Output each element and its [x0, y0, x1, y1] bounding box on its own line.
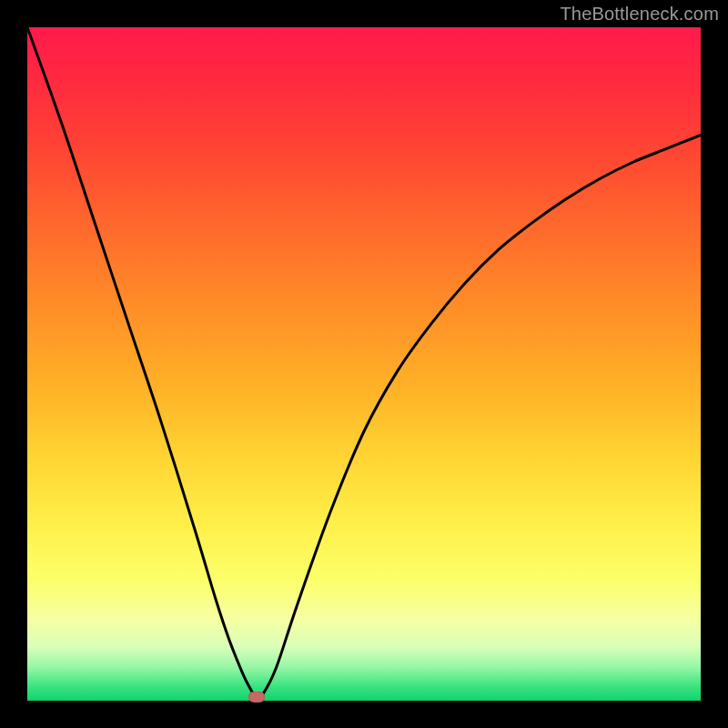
- optimal-point-marker: [248, 692, 265, 703]
- bottleneck-curve: [27, 27, 701, 698]
- plot-area: [27, 27, 701, 701]
- chart-frame: TheBottleneck.com: [0, 0, 728, 728]
- curve-svg: [27, 27, 701, 701]
- watermark-text: TheBottleneck.com: [560, 4, 719, 25]
